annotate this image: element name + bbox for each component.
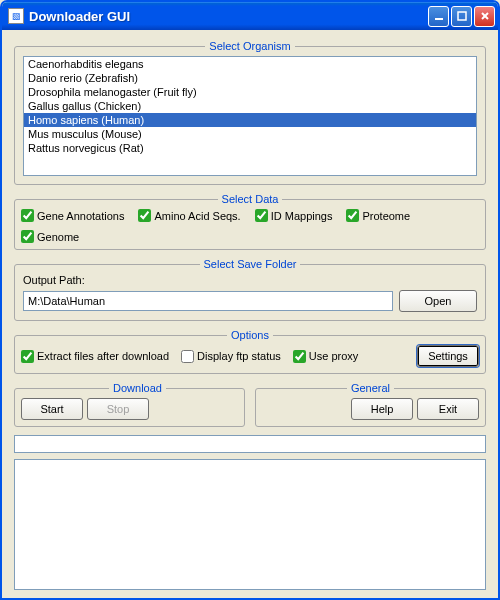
general-legend: General (347, 382, 394, 394)
ftp-status-checkbox[interactable]: Display ftp status (181, 350, 281, 363)
use-proxy-checkbox[interactable]: Use proxy (293, 350, 359, 363)
client-area: Select Organism Caenorhabditis elegansDa… (2, 30, 498, 598)
titlebar[interactable]: ▧ Downloader GUI (2, 2, 498, 30)
window-title: Downloader GUI (29, 9, 428, 24)
list-item[interactable]: Danio rerio (Zebrafish) (24, 71, 476, 85)
maximize-icon (457, 11, 467, 21)
log-area[interactable] (14, 459, 486, 590)
list-item[interactable]: Rattus norvegicus (Rat) (24, 141, 476, 155)
data-checkbox[interactable]: Gene Annotations (21, 209, 124, 222)
extract-checkbox[interactable]: Extract files after download (21, 350, 169, 363)
download-group: Download Start Stop (14, 382, 245, 427)
settings-button[interactable]: Settings (417, 345, 479, 367)
data-checkbox[interactable]: Proteome (346, 209, 410, 222)
data-legend: Select Data (218, 193, 283, 205)
options-legend: Options (227, 329, 273, 341)
list-item[interactable]: Gallus gallus (Chicken) (24, 99, 476, 113)
download-legend: Download (109, 382, 166, 394)
output-path-label: Output Path: (23, 274, 477, 286)
exit-button[interactable]: Exit (417, 398, 479, 420)
data-checkbox[interactable]: ID Mappings (255, 209, 333, 222)
options-group: Options Extract files after download Dis… (14, 329, 486, 374)
save-group: Select Save Folder Output Path: Open (14, 258, 486, 321)
list-item[interactable]: Mus musculus (Mouse) (24, 127, 476, 141)
close-icon (480, 11, 490, 21)
data-checkbox[interactable]: Genome (21, 230, 79, 243)
svg-rect-0 (435, 18, 443, 20)
organism-listbox[interactable]: Caenorhabditis elegansDanio rerio (Zebra… (23, 56, 477, 176)
minimize-icon (434, 11, 444, 21)
open-folder-button[interactable]: Open (399, 290, 477, 312)
save-legend: Select Save Folder (200, 258, 301, 270)
list-item[interactable]: Homo sapiens (Human) (24, 113, 476, 127)
output-path-input[interactable] (23, 291, 393, 311)
organism-legend: Select Organism (205, 40, 294, 52)
organism-group: Select Organism Caenorhabditis elegansDa… (14, 40, 486, 185)
data-checkrow: Gene AnnotationsAmino Acid Seqs.ID Mappi… (21, 209, 479, 243)
stop-button[interactable]: Stop (87, 398, 149, 420)
data-group: Select Data Gene AnnotationsAmino Acid S… (14, 193, 486, 250)
close-button[interactable] (474, 6, 495, 27)
list-item[interactable]: Drosophila melanogaster (Fruit fly) (24, 85, 476, 99)
minimize-button[interactable] (428, 6, 449, 27)
start-button[interactable]: Start (21, 398, 83, 420)
general-group: General Help Exit (255, 382, 486, 427)
help-button[interactable]: Help (351, 398, 413, 420)
list-item[interactable]: Caenorhabditis elegans (24, 57, 476, 71)
app-icon: ▧ (8, 8, 24, 24)
svg-rect-1 (458, 12, 466, 20)
app-window: ▧ Downloader GUI Select Organism Caenorh… (0, 0, 500, 600)
data-checkbox[interactable]: Amino Acid Seqs. (138, 209, 240, 222)
maximize-button[interactable] (451, 6, 472, 27)
progress-bar (14, 435, 486, 453)
